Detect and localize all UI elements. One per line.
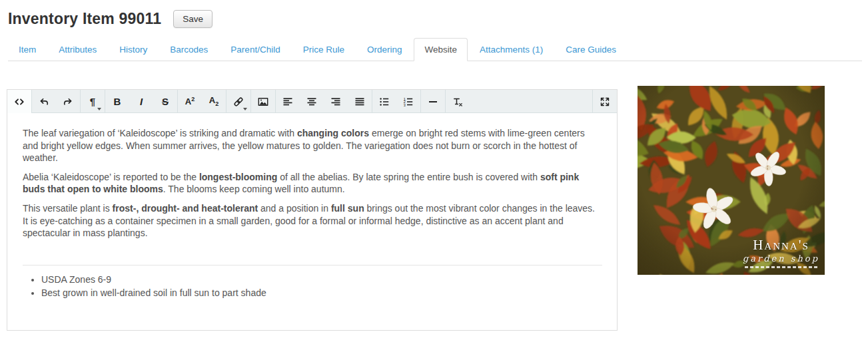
- tab-link-care-guides[interactable]: Care Guides: [555, 38, 627, 61]
- tab-link-attributes[interactable]: Attributes: [48, 38, 107, 61]
- chevron-down-icon: [243, 108, 247, 110]
- italic-button[interactable]: I: [129, 90, 153, 113]
- product-image: Hanna's garden shop: [638, 86, 825, 275]
- page-header: Inventory Item 99011 Save: [0, 0, 868, 28]
- toolbar-group: [276, 90, 372, 112]
- link-icon: [233, 96, 244, 107]
- italic-icon: I: [140, 96, 143, 106]
- sup-icon: A2: [185, 96, 195, 106]
- toolbar-group: 123: [372, 90, 420, 112]
- align-left-icon: [282, 96, 293, 107]
- editor-paragraph: Abelia ‘Kaleidoscope’ is reported to be …: [23, 171, 602, 196]
- list-item: Best grown in well-drained soil in full …: [41, 287, 602, 299]
- bold-button[interactable]: B: [105, 90, 129, 113]
- paragraph-format-button[interactable]: ¶: [81, 90, 105, 113]
- tab-link-item[interactable]: Item: [8, 38, 47, 61]
- strikethrough-button[interactable]: S: [153, 90, 177, 113]
- tab-attributes: Attributes: [48, 38, 107, 61]
- toolbar-group: [251, 90, 275, 112]
- hr-icon: [428, 96, 438, 107]
- pilcrow-icon: ¶: [90, 96, 95, 106]
- bold-icon: B: [114, 96, 121, 106]
- main-content: ¶BISA2A2123 The leaf variegation of ‘Kal…: [7, 89, 868, 331]
- fullscreen-button[interactable]: [593, 90, 617, 113]
- align-center-icon: [306, 96, 317, 107]
- toolbar-group: [32, 90, 80, 112]
- tab-ordering: Ordering: [356, 38, 413, 61]
- page-title: Inventory Item 99011: [8, 10, 161, 28]
- tab-parent-child: Parent/Child: [220, 38, 290, 61]
- chevron-down-icon: [97, 108, 101, 110]
- tab-link-ordering[interactable]: Ordering: [356, 38, 413, 61]
- view-html-button[interactable]: [7, 90, 31, 113]
- tab-attachments-1: Attachments (1): [469, 38, 554, 61]
- toolbar-group: [7, 90, 31, 112]
- sub-icon: A2: [209, 96, 218, 107]
- undo-icon: [39, 96, 49, 107]
- tab-history: History: [109, 38, 158, 61]
- horizontal-rule-button[interactable]: [421, 90, 445, 113]
- align-right-button[interactable]: [324, 90, 348, 113]
- ordered-list-button[interactable]: 123: [396, 90, 420, 113]
- superscript-button[interactable]: A2: [178, 90, 202, 113]
- code-icon: [14, 96, 25, 107]
- tab-link-history[interactable]: History: [109, 38, 158, 61]
- product-photo-illustration: [638, 86, 825, 275]
- ol-icon: 123: [403, 96, 414, 107]
- toolbar-group: BIS: [105, 90, 177, 112]
- redo-button[interactable]: [56, 90, 80, 113]
- editor-paragraph: The leaf variegation of ‘Kaleidoscope’ i…: [23, 127, 602, 164]
- ul-icon: [379, 96, 390, 107]
- content-divider: [23, 265, 602, 265]
- subscript-button[interactable]: A2: [202, 90, 226, 113]
- editor-paragraph: This versatile plant is frost-, drought-…: [23, 202, 602, 240]
- image-icon: [258, 96, 268, 107]
- strike-icon: S: [162, 96, 169, 106]
- insert-image-button[interactable]: [251, 90, 275, 113]
- remove-format-button[interactable]: [446, 90, 470, 113]
- align-left-button[interactable]: [276, 90, 300, 113]
- undo-button[interactable]: [32, 90, 56, 113]
- tab-item: Item: [8, 38, 47, 61]
- plant-facts-list: USDA Zones 6-9Best grown in well-drained…: [23, 273, 602, 299]
- fullscreen-icon: [600, 96, 610, 107]
- toolbar-group: [226, 90, 250, 112]
- tab-link-attachments-1[interactable]: Attachments (1): [469, 38, 554, 61]
- align-center-button[interactable]: [300, 90, 324, 113]
- tab-link-website[interactable]: Website: [414, 38, 468, 61]
- insert-link-button[interactable]: [226, 90, 250, 113]
- tab-barcodes: Barcodes: [159, 38, 218, 61]
- save-button[interactable]: Save: [173, 10, 213, 28]
- redo-icon: [63, 96, 73, 107]
- editor-empty-paragraph: [23, 246, 602, 259]
- tab-link-price-rule[interactable]: Price Rule: [292, 38, 355, 61]
- editor-content[interactable]: The leaf variegation of ‘Kaleidoscope’ i…: [7, 113, 617, 330]
- toolbar-right-group: [592, 90, 617, 112]
- tab-website: Website: [414, 38, 468, 61]
- tab-care-guides: Care Guides: [555, 38, 627, 61]
- justify-button[interactable]: [348, 90, 372, 113]
- toolbar-group: ¶: [81, 90, 105, 112]
- list-item: USDA Zones 6-9: [41, 273, 602, 286]
- tab-list: ItemAttributesHistoryBarcodesParent/Chil…: [8, 38, 862, 61]
- editor-toolbar: ¶BISA2A2123: [7, 90, 617, 113]
- unordered-list-button[interactable]: [372, 90, 396, 113]
- align-right-icon: [330, 96, 341, 107]
- tab-link-barcodes[interactable]: Barcodes: [159, 38, 218, 61]
- svg-text:3: 3: [404, 102, 406, 106]
- justify-icon: [354, 96, 365, 107]
- tab-price-rule: Price Rule: [292, 38, 355, 61]
- toolbar-group: [446, 90, 470, 112]
- tab-bar: ItemAttributesHistoryBarcodesParent/Chil…: [8, 38, 862, 61]
- removeformat-icon: [452, 96, 463, 107]
- toolbar-group: [421, 90, 445, 112]
- rich-text-editor: ¶BISA2A2123 The leaf variegation of ‘Kal…: [7, 89, 618, 331]
- toolbar-group: A2A2: [178, 90, 226, 112]
- tab-link-parent-child[interactable]: Parent/Child: [220, 38, 290, 61]
